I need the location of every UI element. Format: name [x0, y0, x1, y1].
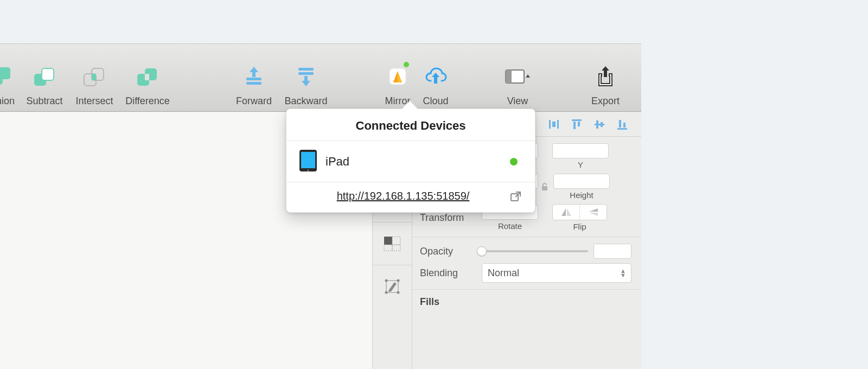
- svg-rect-20: [572, 119, 582, 121]
- fills-section-header: Fills: [412, 291, 641, 308]
- svg-rect-27: [619, 120, 621, 128]
- svg-rect-13: [298, 72, 314, 75]
- blending-label: Blending: [420, 268, 480, 279]
- backward-icon: [294, 63, 318, 90]
- difference-icon: [135, 63, 161, 90]
- mirror-url-link[interactable]: http://192.168.1.135:51859/: [298, 190, 508, 202]
- url-row: http://192.168.1.135:51859/: [286, 182, 535, 212]
- union-icon: [0, 63, 15, 90]
- device-row[interactable]: iPad: [286, 141, 535, 182]
- toolbar-label: Forward: [236, 96, 272, 107]
- svg-rect-9: [145, 74, 149, 80]
- vstrip-mask-icon[interactable]: [373, 222, 412, 265]
- toolbar-view[interactable]: View: [498, 63, 537, 107]
- svg-point-41: [397, 279, 400, 282]
- toolbar-label: Backward: [284, 96, 327, 107]
- svg-rect-18: [557, 120, 559, 129]
- align-top-icon[interactable]: [571, 118, 583, 130]
- svg-rect-36: [392, 237, 400, 245]
- toolbar-forward[interactable]: Forward: [229, 63, 279, 107]
- blending-select[interactable]: Normal ▲▼: [482, 263, 631, 283]
- svg-rect-6: [92, 74, 96, 80]
- export-icon: [596, 63, 615, 90]
- rotate-sublabel: Rotate: [498, 221, 522, 231]
- toolbar-label: Intersect: [75, 96, 113, 107]
- opacity-label: Opacity: [420, 246, 480, 257]
- svg-rect-16: [506, 70, 512, 83]
- svg-rect-17: [549, 120, 551, 129]
- forward-icon: [242, 63, 266, 90]
- svg-rect-23: [595, 124, 604, 125]
- device-name: iPad: [326, 155, 510, 169]
- transform-label: Transform: [420, 212, 480, 224]
- svg-rect-24: [596, 120, 598, 129]
- toolbar-cloud[interactable]: Cloud: [417, 63, 455, 107]
- lock-icon[interactable]: [538, 179, 551, 194]
- svg-point-42: [385, 291, 388, 294]
- svg-rect-1: [0, 67, 10, 79]
- svg-point-40: [385, 279, 388, 282]
- open-external-icon[interactable]: [508, 190, 523, 202]
- mirror-icon: [387, 63, 408, 90]
- y-sublabel: Y: [578, 160, 583, 169]
- toolbar-label: Union: [0, 96, 15, 107]
- svg-rect-46: [301, 152, 315, 168]
- toolbar-export[interactable]: Export: [584, 63, 627, 107]
- status-dot-icon: [510, 158, 518, 166]
- align-bottom-icon[interactable]: [616, 118, 628, 130]
- svg-rect-25: [601, 122, 603, 127]
- flip-sublabel: Flip: [573, 222, 586, 231]
- svg-rect-11: [246, 82, 261, 85]
- toolbar-subtract[interactable]: Subtract: [20, 63, 69, 107]
- height-input[interactable]: [553, 174, 610, 189]
- svg-rect-12: [298, 68, 314, 71]
- popover-title: Connected Devices: [286, 109, 535, 141]
- svg-rect-44: [542, 186, 547, 190]
- toolbar-backward[interactable]: Backward: [279, 63, 333, 107]
- height-sublabel: Height: [570, 190, 593, 200]
- svg-rect-37: [384, 245, 392, 251]
- position-y-input[interactable]: [552, 143, 609, 158]
- toolbar-label: Cloud: [423, 96, 448, 107]
- toolbar-label: Export: [591, 96, 620, 107]
- app-window: { "toolbar": { "union": "Union", "subtra…: [0, 0, 868, 369]
- svg-rect-10: [246, 78, 261, 80]
- view-icon: [503, 63, 532, 90]
- opacity-input[interactable]: [593, 244, 631, 259]
- svg-rect-19: [552, 122, 556, 127]
- toolbar-label: Subtract: [26, 96, 62, 107]
- toolbar-intersect[interactable]: Intersect: [69, 63, 119, 107]
- toolbar: Union Subtract Intersect Difference: [0, 43, 641, 112]
- svg-rect-3: [42, 68, 54, 80]
- flip-vertical-button[interactable]: [579, 205, 607, 220]
- toolbar-difference[interactable]: Difference: [119, 63, 176, 107]
- svg-rect-22: [578, 122, 580, 126]
- ipad-icon: [298, 149, 318, 174]
- intersect-icon: [81, 63, 107, 90]
- blending-value: Normal: [488, 268, 519, 279]
- svg-rect-38: [392, 245, 400, 251]
- subtract-icon: [31, 63, 58, 90]
- toolbar-union[interactable]: Union: [0, 63, 20, 107]
- svg-rect-28: [623, 123, 626, 128]
- svg-rect-35: [384, 237, 392, 245]
- connected-devices-popover: Connected Devices iPad http://192.168.1.…: [286, 109, 535, 213]
- stepper-icon: ▲▼: [620, 269, 626, 277]
- toolbar-mirror[interactable]: Mirror: [379, 63, 417, 107]
- svg-rect-21: [573, 122, 576, 129]
- align-middle-icon[interactable]: [593, 118, 605, 130]
- svg-rect-26: [617, 128, 627, 130]
- opacity-slider[interactable]: [482, 250, 588, 252]
- vstrip-edit-icon[interactable]: [373, 265, 412, 308]
- cloud-icon: [423, 63, 448, 90]
- toolbar-label: View: [507, 96, 528, 107]
- svg-point-43: [397, 291, 400, 294]
- align-distribute-horizontal-icon[interactable]: [548, 118, 560, 130]
- flip-controls: [552, 204, 607, 220]
- flip-horizontal-button[interactable]: [553, 205, 579, 220]
- toolbar-label: Difference: [125, 96, 170, 107]
- svg-point-47: [307, 169, 309, 171]
